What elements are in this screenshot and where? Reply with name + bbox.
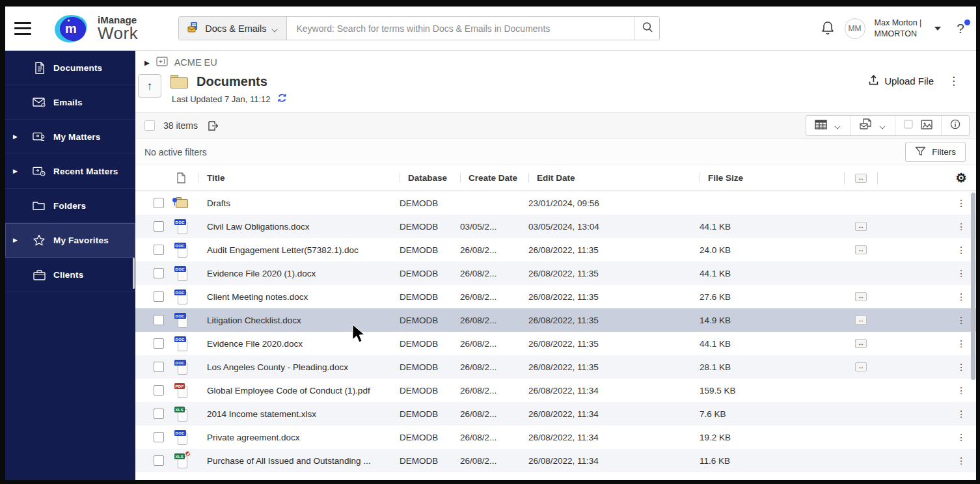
info-icon: [950, 119, 960, 132]
sidebar-scrollbar[interactable]: [133, 258, 135, 289]
refresh-icon[interactable]: [277, 92, 288, 106]
folders-icon: [33, 200, 46, 211]
sidebar-item-my-favorites[interactable]: ▶ My Favorites: [5, 223, 135, 258]
items-count: 38 items: [163, 120, 198, 131]
column-header-title[interactable]: Title: [198, 173, 400, 183]
table-scrollbar[interactable]: [971, 193, 975, 380]
column-settings-gear-icon[interactable]: ⚙: [955, 170, 966, 185]
user-menu-caret-icon[interactable]: [934, 27, 941, 31]
filters-button[interactable]: Filters: [905, 142, 966, 162]
file-type-column-icon[interactable]: [164, 172, 198, 183]
table-row[interactable]: DOC Litigation Checklist.docx DEMODB 26/…: [135, 308, 976, 332]
column-header-file-size[interactable]: File Size: [700, 173, 844, 183]
table-row[interactable]: DOC Private agreement.docx DEMODB 26/08/…: [135, 425, 976, 449]
item-database: DEMODB: [400, 316, 460, 325]
row-checkbox[interactable]: [154, 315, 164, 325]
hamburger-menu-icon[interactable]: [14, 22, 31, 35]
sidebar-item-documents[interactable]: ▶ Documents: [5, 51, 135, 85]
search-input[interactable]: [287, 17, 634, 40]
row-menu-button[interactable]: ⋮: [946, 432, 976, 442]
item-create-date: 26/08/2...: [460, 433, 528, 442]
row-checkbox[interactable]: [154, 291, 164, 302]
top-bar: m iManage Work Docs & Emails: [5, 7, 976, 51]
avatar[interactable]: MM: [845, 18, 865, 39]
table-row[interactable]: PDF Global Employee Code of Conduct (1).…: [135, 379, 976, 402]
sidebar-item-label: Emails: [53, 98, 83, 107]
table-row[interactable]: Drafts DEMODB 23/01/2024, 09:56 ↔ ⋮: [135, 191, 976, 215]
doc-email-view-dropdown[interactable]: [850, 116, 895, 135]
imanage-work-logo: m iManage Work: [55, 12, 138, 45]
items-bar: 38 items: [135, 112, 976, 139]
preview-pane-icon[interactable]: [921, 120, 932, 132]
table-row[interactable]: DOC Los Angeles County - Pleading.docx D…: [135, 355, 976, 379]
word-file-icon: DOC: [174, 265, 188, 281]
item-title[interactable]: Global Employee Code of Conduct (1).pdf: [198, 386, 400, 396]
breadcrumb-workspace-name[interactable]: ACME EU: [174, 57, 217, 68]
item-title[interactable]: Evidence File 2020 (1).docx: [198, 269, 400, 278]
checkbox-toggle-icon[interactable]: [904, 120, 913, 131]
search-button[interactable]: [634, 17, 659, 40]
item-title[interactable]: Purchase of All Issued and Outstanding .…: [198, 456, 400, 466]
column-header-database[interactable]: Database: [400, 173, 460, 183]
item-create-date: 26/08/2...: [460, 292, 528, 302]
expand-caret-icon[interactable]: ▶: [13, 237, 18, 243]
expand-caret-icon[interactable]: ▶: [13, 133, 18, 140]
navigate-up-button[interactable]: ↑: [138, 74, 161, 98]
table-row[interactable]: DOC Evidence File 2020 (1).docx DEMODB 2…: [135, 262, 976, 285]
column-header-checked-out[interactable]: ↔: [844, 172, 878, 184]
word-file-icon: DOC: [174, 359, 188, 375]
row-checkbox[interactable]: [154, 221, 164, 232]
item-title[interactable]: 2014 Income statement.xlsx: [198, 409, 400, 419]
table-row[interactable]: DOC Audit Engagement Letter(57382.1).doc…: [135, 238, 976, 262]
help-button[interactable]: ?: [957, 21, 964, 36]
item-title[interactable]: Client Meeting notes.docx: [198, 292, 400, 302]
row-menu-button[interactable]: ⋮: [946, 455, 976, 466]
item-title[interactable]: Civil Law Obligations.docx: [198, 222, 400, 232]
expand-caret-icon[interactable]: ▶: [13, 168, 18, 174]
row-checkbox[interactable]: [154, 455, 164, 466]
row-checkbox[interactable]: [154, 198, 164, 208]
item-title[interactable]: Drafts: [198, 198, 400, 208]
row-checkbox[interactable]: [154, 338, 164, 349]
sidebar-item-recent-matters[interactable]: ▶ Recent Matters: [5, 154, 135, 189]
table-row[interactable]: XLS 2014 Income statement.xlsx DEMODB 26…: [135, 402, 976, 425]
row-checkbox[interactable]: [154, 268, 164, 278]
page-menu-button[interactable]: ⋮: [948, 75, 959, 87]
table-view-dropdown[interactable]: [806, 116, 850, 135]
sidebar-item-emails[interactable]: ▶ Emails: [5, 85, 135, 120]
item-title[interactable]: Private agreement.docx: [198, 433, 400, 442]
item-title[interactable]: Audit Engagement Letter(57382.1).doc: [198, 245, 400, 255]
checked-out-icon: ↔: [855, 245, 867, 254]
search-scope-label: Docs & Emails: [205, 23, 266, 34]
row-checkbox[interactable]: [154, 385, 164, 396]
export-icon[interactable]: [207, 120, 219, 131]
item-title[interactable]: Los Angeles County - Pleading.docx: [198, 362, 400, 372]
column-header-edit-date[interactable]: Edit Date: [528, 173, 700, 183]
item-title[interactable]: Litigation Checklist.docx: [198, 316, 400, 325]
table-row[interactable]: DOC Civil Law Obligations.docx DEMODB 03…: [135, 215, 976, 238]
excel-file-icon: XLS: [174, 406, 188, 422]
word-file-icon: DOC: [174, 312, 188, 328]
info-button[interactable]: [941, 116, 969, 135]
row-checkbox[interactable]: [154, 362, 164, 372]
row-checkbox[interactable]: [154, 432, 164, 442]
item-title[interactable]: Evidence File 2020.docx: [198, 339, 400, 349]
row-menu-button[interactable]: ⋮: [946, 409, 976, 419]
checked-out-icon: ↔: [855, 174, 867, 183]
search-scope-dropdown[interactable]: Docs & Emails: [179, 17, 287, 40]
select-all-checkbox[interactable]: [144, 120, 155, 131]
table-row[interactable]: XLS Purchase of All Issued and Outstandi…: [135, 449, 976, 472]
table-row[interactable]: DOC Client Meeting notes.docx DEMODB 26/…: [135, 285, 976, 308]
row-checkbox[interactable]: [154, 409, 164, 419]
row-checkbox[interactable]: [154, 245, 164, 255]
row-menu-button[interactable]: ⋮: [946, 385, 976, 396]
notifications-bell-icon[interactable]: [820, 20, 836, 37]
column-header-create-date[interactable]: Create Date: [460, 173, 528, 183]
sidebar-item-my-matters[interactable]: ▶ My Matters: [5, 120, 135, 154]
sidebar-item-clients[interactable]: ▶ Clients: [5, 258, 135, 292]
table-row[interactable]: DOC Evidence File 2020.docx DEMODB 26/08…: [135, 332, 976, 355]
item-edit-date: 26/08/2022, 11:35: [528, 362, 700, 372]
upload-file-button[interactable]: Upload File: [868, 74, 934, 88]
workspace-expand-caret-icon[interactable]: ▶: [144, 59, 150, 66]
sidebar-item-folders[interactable]: ▶ Folders: [5, 189, 135, 223]
